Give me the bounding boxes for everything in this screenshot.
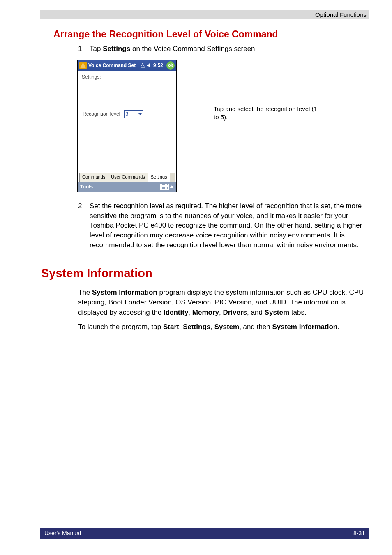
- keyboard-icon: [160, 184, 169, 190]
- device-tabs: Commands User Commands Settings: [79, 173, 175, 182]
- paragraph: The System Information program displays …: [78, 288, 369, 318]
- signal-icon: [140, 63, 145, 68]
- step-text: Tap Settings on the Voice Command Settin…: [90, 44, 369, 54]
- step-number: 1.: [78, 44, 90, 54]
- screenshot-with-callout: Voice Command Set 9:52 ok Settings: Reco…: [77, 60, 369, 192]
- recognition-row: Recognition level 3: [83, 110, 143, 118]
- ok-button[interactable]: ok: [166, 61, 175, 70]
- tab-settings[interactable]: Settings: [148, 173, 170, 182]
- device-screenshot: Voice Command Set 9:52 ok Settings: Reco…: [77, 60, 177, 192]
- device-toolbar: Tools: [78, 182, 176, 192]
- input-panel-toggle[interactable]: [160, 184, 174, 190]
- step-text: Set the recognition level as required. T…: [90, 201, 369, 250]
- step-1: 1. Tap Settings on the Voice Command Set…: [78, 44, 369, 54]
- callout-text: Tap and select the recognition level (1 …: [214, 105, 321, 122]
- page-content: Arrange the Recognition Level of Voice C…: [53, 29, 369, 332]
- app-title: Voice Command Set: [88, 63, 136, 68]
- arrow-up-icon: [170, 185, 174, 188]
- device-titlebar: Voice Command Set 9:52 ok: [78, 60, 176, 71]
- chevron-down-icon: [138, 113, 142, 115]
- recognition-level-value: 3: [125, 111, 128, 117]
- footer-page-number: 8-31: [353, 530, 365, 536]
- recognition-level-dropdown[interactable]: 3: [124, 110, 143, 118]
- section-heading: Arrange the Recognition Level of Voice C…: [53, 29, 369, 40]
- footer-left: User's Manual: [44, 530, 81, 536]
- page-header: Optional Functions: [40, 10, 369, 19]
- start-icon: [79, 62, 87, 69]
- chapter-heading: System Information: [41, 267, 369, 280]
- step-2: 2. Set the recognition level as required…: [78, 201, 369, 250]
- page-footer: User's Manual 8-31: [40, 528, 369, 539]
- tab-user-commands[interactable]: User Commands: [108, 173, 148, 182]
- device-body: Settings: Recognition level 3: [79, 71, 175, 172]
- clock-time: 9:52: [153, 63, 163, 68]
- tools-menu[interactable]: Tools: [80, 184, 93, 190]
- callout-leader-line-ext: [177, 114, 211, 114]
- section-label: Optional Functions: [315, 11, 367, 18]
- callout-leader-line: [150, 114, 177, 114]
- status-icons: 9:52 ok: [140, 61, 175, 70]
- step-number: 2.: [78, 201, 90, 250]
- tab-commands[interactable]: Commands: [79, 173, 108, 182]
- tabs-fill: [170, 173, 175, 182]
- recognition-label: Recognition level: [83, 111, 120, 117]
- speaker-icon: [147, 63, 152, 68]
- paragraph: To launch the program, tap Start, Settin…: [78, 322, 369, 332]
- settings-label: Settings:: [82, 74, 101, 80]
